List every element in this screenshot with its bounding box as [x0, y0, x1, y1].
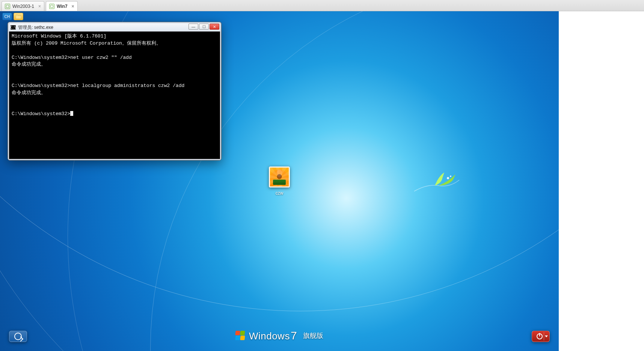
close-icon[interactable]: ×: [72, 4, 74, 9]
pinned-toolbar: CH: [2, 13, 23, 20]
console-line: 命令成功完成。: [12, 90, 46, 96]
cmd-console[interactable]: Microsoft Windows [版本 6.1.7601] 版权所有 (c)…: [9, 32, 220, 159]
cursor: [70, 111, 73, 116]
console-line: 命令成功完成。: [12, 62, 46, 67]
user-name: czw: [269, 190, 290, 196]
cmd-titlebar[interactable]: C:\ 管理员: sethc.exe — ☐ ✕: [9, 23, 220, 32]
svg-point-1: [450, 176, 451, 177]
vm-tab-label: Win2003-1: [12, 4, 34, 9]
language-indicator[interactable]: CH: [2, 13, 12, 20]
decorative-plant: [412, 165, 461, 200]
vm-tabstrip: Win2003-1 × Win7 ×: [0, 0, 644, 11]
console-line: C:\Windows\system32>net localgroup admin…: [12, 83, 184, 88]
vm-tab-win7[interactable]: Win7 ×: [46, 1, 78, 11]
vm-icon: [5, 4, 10, 9]
svg-point-0: [447, 177, 449, 179]
cmd-window[interactable]: C:\ 管理员: sethc.exe — ☐ ✕ Microsoft Windo…: [8, 22, 222, 160]
power-button[interactable]: [532, 331, 550, 342]
user-tile[interactable]: czw: [269, 166, 290, 196]
minimize-button[interactable]: —: [189, 24, 198, 30]
close-button[interactable]: ✕: [210, 24, 219, 30]
windows-branding: Windows7 旗舰版: [235, 329, 323, 342]
product-name: Windows: [249, 330, 290, 342]
vm-icon: [49, 4, 54, 9]
folder-icon: [16, 14, 21, 19]
user-avatar: [269, 166, 290, 188]
vm-tab-win2003[interactable]: Win2003-1 ×: [2, 1, 44, 11]
ease-of-access-button[interactable]: [9, 331, 27, 342]
product-version: 7: [291, 329, 297, 342]
branding-text: Windows7: [249, 329, 297, 342]
console-line: C:\Windows\system32>net user czw2 "" /ad…: [12, 55, 132, 60]
close-icon[interactable]: ×: [38, 4, 41, 9]
explorer-button[interactable]: [14, 13, 23, 20]
cmd-title: 管理员: sethc.exe: [18, 24, 53, 31]
windows-logo-icon: [235, 331, 245, 340]
console-line: 版权所有 (c) 2009 Microsoft Corporation。保留所有…: [12, 40, 161, 46]
power-icon: [537, 333, 543, 339]
maximize-button[interactable]: ☐: [199, 24, 209, 30]
language-label: CH: [5, 15, 10, 19]
accessibility-icon: [14, 333, 22, 340]
window-buttons: — ☐ ✕: [189, 24, 219, 30]
edition-label: 旗舰版: [303, 331, 323, 340]
vm-tab-label: Win7: [57, 4, 68, 9]
chevron-down-icon: [545, 336, 548, 338]
blank-gutter: [559, 11, 644, 351]
guest-desktop: CH C:\ 管理员: sethc.exe — ☐ ✕ Microsoft Wi…: [0, 11, 559, 351]
cmd-icon: C:\: [11, 25, 16, 30]
console-line: C:\Windows\system32>: [12, 111, 70, 117]
console-line: Microsoft Windows [版本 6.1.7601]: [12, 33, 106, 39]
